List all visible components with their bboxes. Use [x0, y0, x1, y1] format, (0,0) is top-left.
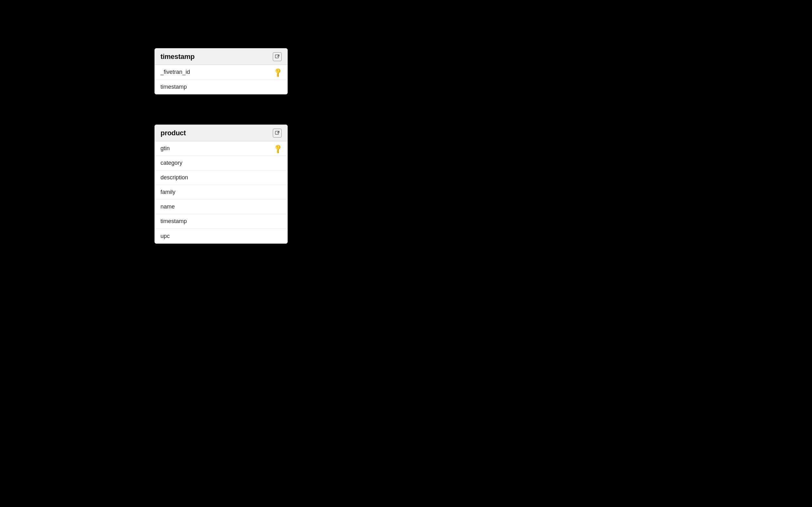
product-row-upc: upc — [155, 229, 287, 243]
product-row-description: description — [155, 170, 287, 185]
key-icon-gtin: 🔑 — [272, 143, 283, 154]
product-row-name: name — [155, 200, 287, 214]
product-field-upc: upc — [160, 233, 170, 239]
product-table-header: product — [155, 125, 287, 141]
svg-rect-2 — [275, 131, 278, 134]
key-icon-fivetran-id: 🔑 — [272, 66, 283, 78]
timestamp-table: timestamp _fivetran_id 🔑 timestamp — [154, 48, 288, 95]
product-external-link-button[interactable] — [273, 129, 282, 137]
timestamp-field-fivetran-id: _fivetran_id — [160, 69, 190, 75]
product-row-gtin: gtin 🔑 — [155, 141, 287, 156]
product-field-description: description — [160, 174, 188, 181]
timestamp-row-fivetran-id: _fivetran_id 🔑 — [155, 65, 287, 79]
timestamp-row-timestamp: timestamp — [155, 79, 287, 94]
product-field-category: category — [160, 160, 183, 166]
svg-rect-0 — [275, 55, 278, 58]
svg-line-3 — [277, 131, 279, 133]
timestamp-field-timestamp: timestamp — [160, 83, 187, 90]
product-field-timestamp: timestamp — [160, 218, 187, 225]
product-row-timestamp: timestamp — [155, 214, 287, 229]
product-field-name: name — [160, 204, 175, 210]
product-table-title: product — [160, 129, 186, 137]
product-table: product gtin 🔑 category description fami… — [154, 124, 288, 244]
timestamp-table-header: timestamp — [155, 49, 287, 65]
product-field-family: family — [160, 189, 175, 195]
product-row-category: category — [155, 156, 287, 170]
timestamp-table-title: timestamp — [160, 53, 194, 61]
product-row-family: family — [155, 185, 287, 200]
svg-line-1 — [277, 55, 279, 57]
product-field-gtin: gtin — [160, 145, 170, 152]
timestamp-external-link-button[interactable] — [273, 52, 282, 61]
